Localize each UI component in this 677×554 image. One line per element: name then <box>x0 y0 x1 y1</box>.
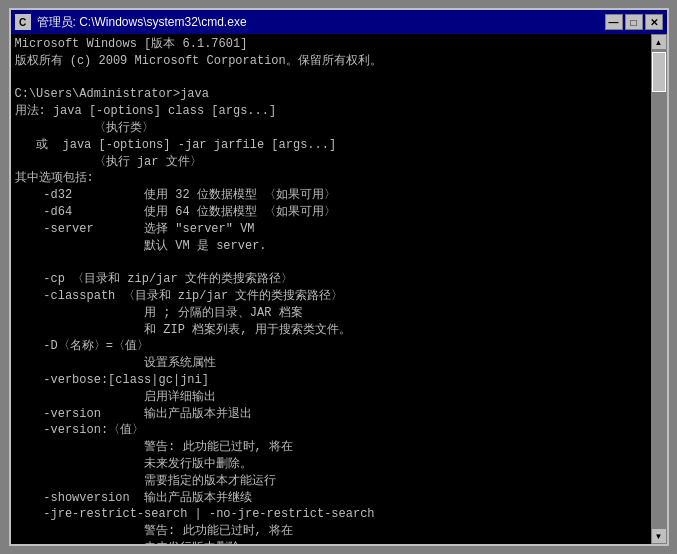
close-button[interactable]: ✕ <box>645 14 663 30</box>
title-bar-left: C 管理员: C:\Windows\system32\cmd.exe <box>15 14 247 31</box>
console-wrapper: Microsoft Windows [版本 6.1.7601] 版权所有 (c)… <box>11 34 667 544</box>
title-bar: C 管理员: C:\Windows\system32\cmd.exe — □ ✕ <box>11 10 667 34</box>
scrollbar-track[interactable] <box>651 50 667 528</box>
scroll-down-button[interactable]: ▼ <box>651 528 667 544</box>
scrollbar-thumb[interactable] <box>652 52 666 92</box>
window-title: 管理员: C:\Windows\system32\cmd.exe <box>37 14 247 31</box>
maximize-button[interactable]: □ <box>625 14 643 30</box>
console-content: Microsoft Windows [版本 6.1.7601] 版权所有 (c)… <box>11 34 651 544</box>
cmd-window: C 管理员: C:\Windows\system32\cmd.exe — □ ✕… <box>9 8 669 546</box>
window-icon: C <box>15 14 31 30</box>
title-buttons: — □ ✕ <box>605 14 663 30</box>
scrollbar[interactable]: ▲ ▼ <box>651 34 667 544</box>
minimize-button[interactable]: — <box>605 14 623 30</box>
console-output: Microsoft Windows [版本 6.1.7601] 版权所有 (c)… <box>15 36 647 544</box>
scroll-up-button[interactable]: ▲ <box>651 34 667 50</box>
